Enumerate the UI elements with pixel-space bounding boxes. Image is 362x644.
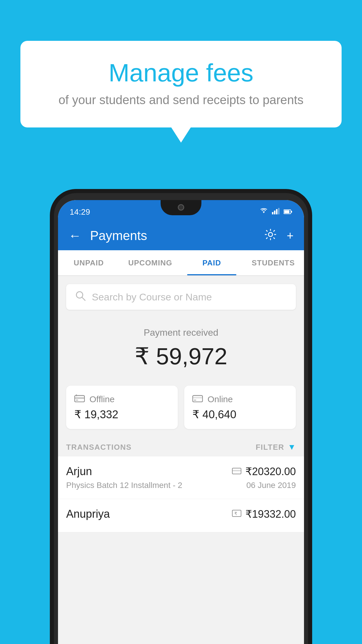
online-icon: [192, 394, 203, 405]
battery-icon: [284, 208, 292, 216]
transaction-name-arjun: Arjun: [66, 465, 92, 478]
card-top-online: Online: [192, 394, 288, 405]
card-top-offline: ₹ Offline: [74, 394, 170, 405]
tab-unpaid[interactable]: UNPAID: [58, 250, 120, 275]
search-icon: [75, 290, 86, 304]
svg-rect-4: [278, 208, 280, 214]
add-button[interactable]: +: [287, 229, 294, 242]
svg-point-8: [268, 232, 273, 237]
transaction-mode-icon-arjun: [232, 467, 241, 477]
svg-rect-3: [276, 209, 277, 214]
transaction-amount-anupriya: ₹19332.00: [245, 508, 296, 520]
svg-rect-6: [284, 210, 289, 213]
status-time: 14:29: [70, 207, 90, 217]
offline-amount: ₹ 19,332: [74, 408, 170, 421]
payment-received-section: Payment received ₹ 59,972: [58, 316, 304, 379]
speech-bubble-container: Manage fees of your students and send re…: [20, 41, 342, 127]
bubble-title: Manage fees: [44, 58, 318, 87]
payment-cards-row: ₹ Offline ₹ 19,332: [58, 379, 304, 438]
payment-received-label: Payment received: [58, 327, 304, 338]
background: Manage fees of your students and send re…: [0, 0, 362, 644]
svg-rect-7: [291, 211, 292, 213]
svg-rect-20: [232, 470, 241, 471]
online-label: Online: [208, 394, 233, 404]
notch: [161, 200, 201, 215]
tab-upcoming[interactable]: UPCOMING: [120, 250, 181, 275]
svg-line-10: [82, 297, 85, 300]
phone-inner: 14:29: [54, 193, 308, 644]
wifi-icon: [260, 208, 268, 216]
transaction-bottom-arjun: Physics Batch 12 Installment - 2 06 June…: [66, 481, 296, 490]
signal-icon: [272, 208, 280, 216]
svg-rect-18: [194, 400, 196, 401]
offline-icon: ₹: [74, 394, 85, 405]
svg-rect-1: [272, 212, 273, 214]
tabs-bar: UNPAID UPCOMING PAID STUDENTS: [58, 250, 304, 276]
page-title: Payments: [90, 228, 264, 243]
transactions-label: TRANSACTIONS: [66, 443, 132, 452]
filter-icon: ▼: [288, 442, 296, 452]
payment-total-amount: ₹ 59,972: [58, 343, 304, 370]
transaction-name-anupriya: Anupriya: [66, 508, 110, 520]
svg-rect-13: [76, 400, 78, 401]
header-icons: +: [264, 228, 294, 244]
app-header: ← Payments +: [58, 221, 304, 250]
tab-paid[interactable]: PAID: [181, 250, 242, 275]
status-icons: [260, 208, 292, 216]
transaction-course-arjun: Physics Batch 12 Installment - 2: [66, 481, 182, 490]
search-placeholder: Search by Course or Name: [92, 291, 212, 303]
online-payment-card: Online ₹ 40,640: [184, 386, 296, 429]
svg-rect-16: [193, 396, 203, 402]
camera: [178, 204, 184, 211]
transaction-amount-wrap-arjun: ₹20320.00: [232, 466, 296, 478]
bubble-subtitle: of your students and send receipts to pa…: [44, 93, 318, 107]
speech-bubble: Manage fees of your students and send re…: [20, 41, 342, 127]
svg-rect-2: [274, 211, 275, 214]
transaction-amount-arjun: ₹20320.00: [245, 466, 296, 478]
content-area: Search by Course or Name Payment receive…: [58, 276, 304, 644]
filter-wrap[interactable]: FILTER ▼: [256, 442, 296, 452]
transaction-top-anupriya: Anupriya ₹ ₹19332.00: [66, 508, 296, 520]
offline-payment-card: ₹ Offline ₹ 19,332: [66, 386, 178, 429]
settings-icon[interactable]: [264, 228, 277, 244]
tab-students[interactable]: STUDENTS: [242, 250, 304, 275]
transaction-mode-icon-anupriya: ₹: [232, 509, 241, 519]
svg-rect-17: [193, 397, 203, 398]
transaction-row-arjun[interactable]: Arjun ₹20320.00: [58, 456, 304, 499]
offline-label: Offline: [89, 394, 115, 404]
filter-label: FILTER: [256, 443, 284, 452]
transaction-date-arjun: 06 June 2019: [246, 481, 296, 490]
transaction-top-arjun: Arjun ₹20320.00: [66, 465, 296, 478]
search-bar[interactable]: Search by Course or Name: [66, 284, 296, 310]
transaction-amount-wrap-anupriya: ₹ ₹19332.00: [232, 508, 296, 520]
back-button[interactable]: ←: [68, 228, 81, 243]
phone-frame: 14:29: [50, 189, 312, 644]
phone-screen: 14:29: [58, 200, 304, 644]
transaction-row-anupriya[interactable]: Anupriya ₹ ₹19332.00: [58, 499, 304, 532]
online-amount: ₹ 40,640: [192, 408, 288, 421]
transactions-header: TRANSACTIONS FILTER ▼: [58, 438, 304, 456]
svg-text:₹: ₹: [234, 511, 237, 516]
svg-marker-0: [263, 211, 265, 213]
svg-text:₹: ₹: [75, 394, 77, 397]
